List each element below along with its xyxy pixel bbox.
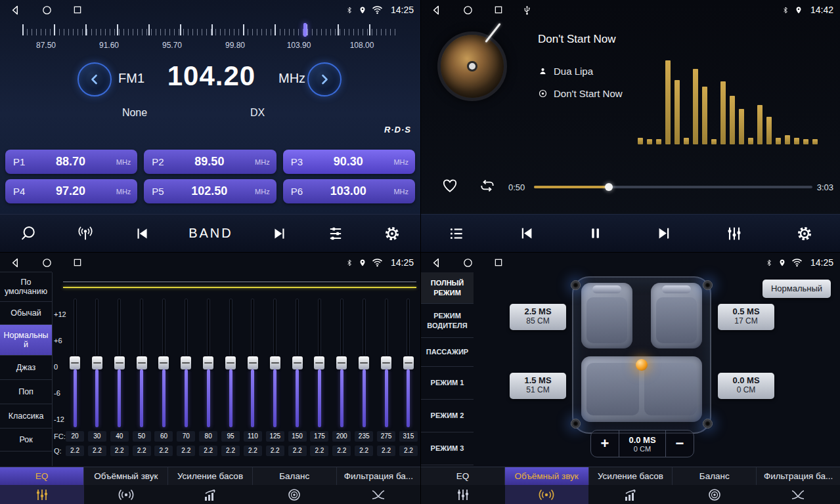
rear-left-delay[interactable]: 1.5 MS51 CM — [510, 373, 566, 399]
tab-bass-boost[interactable]: Усиление басов — [168, 467, 252, 485]
slider-knob[interactable] — [381, 356, 391, 369]
band-button[interactable]: BAND — [188, 226, 233, 241]
surround-tab-icon[interactable] — [84, 485, 168, 504]
settings-gear-icon[interactable] — [795, 224, 814, 243]
home-icon[interactable] — [462, 257, 474, 268]
eq-band-slider[interactable] — [133, 295, 151, 431]
eq-band-slider[interactable] — [310, 295, 328, 431]
mode-driver[interactable]: РЕЖИМ ВОДИТЕЛЯ — [421, 304, 474, 338]
eq-band-slider[interactable] — [377, 295, 395, 431]
slider-knob[interactable] — [270, 356, 280, 369]
slider-knob[interactable] — [359, 356, 369, 369]
eq-preset-rock[interactable]: Рок — [0, 428, 52, 452]
back-icon[interactable] — [9, 4, 22, 16]
recents-icon[interactable] — [72, 5, 83, 15]
eq-preset-jazz[interactable]: Джаз — [0, 355, 52, 380]
pause-icon[interactable] — [587, 225, 604, 242]
frequency-scale[interactable]: 87.50 91.60 95.70 99.80 103.90 108.00 — [0, 22, 420, 52]
slider-knob[interactable] — [92, 356, 102, 369]
mode-2[interactable]: РЕЖИМ 2 — [421, 400, 474, 432]
preset-p5[interactable]: P5102.50MHz — [144, 179, 276, 203]
eq-band-slider[interactable] — [266, 295, 284, 431]
home-icon[interactable] — [41, 257, 53, 268]
slider-knob[interactable] — [292, 356, 303, 369]
tune-up-button[interactable] — [307, 62, 342, 96]
eq-band-slider[interactable] — [399, 295, 418, 431]
eq-band-slider[interactable] — [288, 295, 307, 431]
eq-band-slider[interactable] — [110, 295, 129, 431]
eq-band-slider[interactable] — [177, 295, 195, 431]
filter-tab-icon[interactable] — [336, 485, 420, 504]
favorite-heart-icon[interactable] — [441, 177, 459, 197]
preset-p6[interactable]: P6103.00MHz — [283, 179, 415, 203]
bass-tab-icon[interactable] — [168, 485, 252, 504]
eq-band-slider[interactable] — [66, 295, 84, 431]
preset-p4[interactable]: P497.20MHz — [5, 179, 137, 203]
tab-balance[interactable]: Баланс — [253, 467, 337, 485]
mode-3[interactable]: РЕЖИМ 3 — [421, 432, 474, 465]
recents-icon[interactable] — [493, 257, 504, 268]
tune-down-button[interactable] — [77, 62, 112, 96]
home-icon[interactable] — [462, 5, 474, 16]
profile-button[interactable]: Нормальный — [763, 280, 831, 298]
tab-filtering[interactable]: Фильтрация ба... — [337, 467, 420, 485]
slider-knob[interactable] — [114, 356, 125, 369]
back-icon[interactable] — [430, 4, 443, 16]
rear-right-speaker-icon[interactable] — [703, 419, 713, 429]
tab-eq[interactable]: EQ — [421, 467, 505, 485]
scan-icon[interactable] — [19, 224, 37, 243]
front-left-delay[interactable]: 2.5 MS85 CM — [510, 304, 566, 330]
slider-knob[interactable] — [403, 356, 414, 369]
slider-knob[interactable] — [158, 356, 169, 369]
listening-position-marker[interactable] — [636, 359, 648, 371]
eq-preset-default[interactable]: По умолчанию — [0, 272, 52, 302]
front-right-delay[interactable]: 0.5 MS17 CM — [718, 304, 774, 330]
eq-preset-pop[interactable]: Поп — [0, 379, 52, 404]
eq-preset-normal[interactable]: Нормальный — [0, 324, 52, 356]
eq-band-slider[interactable] — [88, 295, 106, 431]
preset-p3[interactable]: P390.30MHz — [283, 150, 415, 174]
slider-knob[interactable] — [181, 356, 191, 369]
eq-band-slider[interactable] — [154, 295, 173, 431]
eq-preset-classic[interactable]: Классика — [0, 404, 52, 429]
slider-knob[interactable] — [225, 356, 236, 369]
next-track-icon[interactable] — [271, 225, 288, 242]
settings-gear-icon[interactable] — [383, 224, 401, 243]
eq-tab-icon[interactable] — [421, 485, 505, 504]
eq-preset-custom[interactable]: Обычай — [0, 301, 52, 325]
player-progress-knob[interactable] — [605, 183, 613, 191]
mode-full[interactable]: ПОЛНЫЙ РЕЖИМ — [421, 272, 474, 304]
eq-band-slider[interactable] — [244, 295, 262, 431]
playlist-icon[interactable] — [447, 225, 466, 242]
previous-track-icon[interactable] — [518, 224, 535, 242]
slider-knob[interactable] — [70, 356, 80, 369]
slider-knob[interactable] — [248, 356, 258, 369]
eq-band-slider[interactable] — [221, 295, 240, 431]
rear-right-delay[interactable]: 0.0 MS0 CM — [718, 373, 774, 399]
slider-knob[interactable] — [137, 356, 147, 369]
tab-bass-boost[interactable]: Усиление басов — [589, 467, 673, 485]
equalizer-icon[interactable] — [326, 224, 345, 243]
mode-passenger[interactable]: ПАССАЖИР — [421, 338, 474, 367]
slider-knob[interactable] — [314, 356, 324, 369]
recents-icon[interactable] — [493, 5, 504, 15]
eq-band-slider[interactable] — [332, 295, 351, 431]
home-icon[interactable] — [41, 5, 53, 16]
tab-surround-sound[interactable]: Объёмный звук — [84, 467, 168, 485]
tab-eq[interactable]: EQ — [0, 467, 84, 485]
tab-surround-sound[interactable]: Объёмный звук — [505, 467, 589, 485]
balance-tab-icon[interactable] — [252, 485, 336, 504]
increase-button[interactable]: + — [591, 430, 619, 457]
eq-tab-icon[interactable] — [0, 485, 84, 504]
back-icon[interactable] — [430, 257, 443, 269]
next-track-icon[interactable] — [655, 224, 673, 242]
slider-knob[interactable] — [336, 356, 347, 369]
eq-band-slider[interactable] — [199, 295, 217, 431]
mixer-icon[interactable] — [725, 224, 743, 243]
decrease-button[interactable]: − — [666, 430, 694, 457]
back-icon[interactable] — [9, 257, 22, 269]
repeat-icon[interactable] — [477, 177, 497, 197]
tab-balance[interactable]: Баланс — [673, 467, 757, 485]
slider-knob[interactable] — [203, 356, 213, 369]
front-right-speaker-icon[interactable] — [703, 280, 713, 290]
